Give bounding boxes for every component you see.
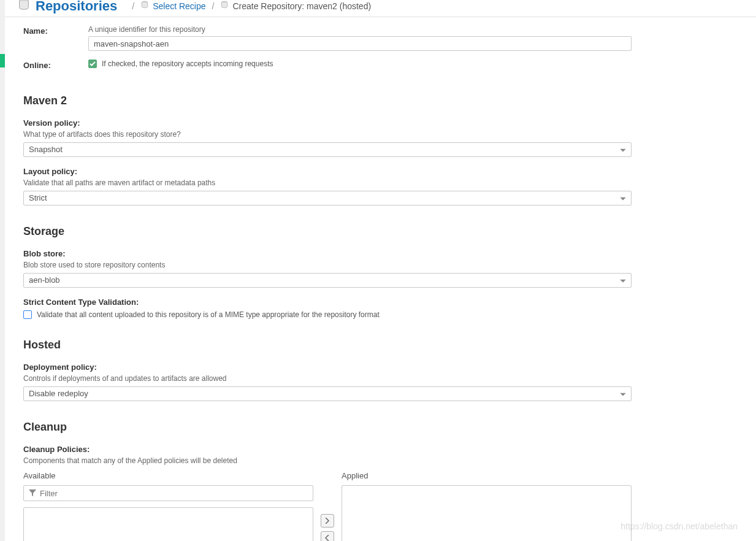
breadcrumb-current: Create Repository: maven2 (hosted) bbox=[232, 1, 371, 11]
deployment-policy-select[interactable]: Disable redeploy bbox=[23, 386, 632, 401]
filter-icon bbox=[29, 489, 36, 497]
version-policy-value: Snapshot bbox=[24, 143, 631, 156]
hosted-section-title: Hosted bbox=[23, 339, 632, 351]
name-label: Name: bbox=[23, 25, 88, 36]
layout-policy-value: Strict bbox=[24, 191, 631, 204]
blob-store-select[interactable]: aen-blob bbox=[23, 273, 632, 288]
available-title: Available bbox=[23, 471, 313, 480]
applied-title: Applied bbox=[342, 471, 632, 480]
strict-content-checkbox[interactable] bbox=[23, 310, 32, 319]
cleanup-section-title: Cleanup bbox=[23, 421, 632, 434]
cleanup-policies-label: Cleanup Policies: bbox=[23, 445, 632, 454]
database-small-icon bbox=[140, 1, 149, 11]
strict-content-text: Validate that all content uploaded to th… bbox=[37, 310, 380, 319]
online-checkbox[interactable] bbox=[88, 59, 97, 68]
blob-store-value: aen-blob bbox=[24, 274, 631, 286]
move-right-button[interactable] bbox=[321, 514, 334, 528]
layout-policy-select[interactable]: Strict bbox=[23, 191, 632, 205]
available-list[interactable] bbox=[23, 507, 313, 541]
page-title[interactable]: Repositories bbox=[36, 0, 117, 14]
move-left-button[interactable] bbox=[321, 531, 334, 541]
layout-policy-label: Layout policy: bbox=[23, 167, 632, 176]
filter-input[interactable] bbox=[40, 489, 308, 498]
breadcrumb-separator: / bbox=[212, 1, 215, 11]
online-text: If checked, the repository accepts incom… bbox=[102, 59, 273, 68]
version-policy-select[interactable]: Snapshot bbox=[23, 142, 632, 157]
version-policy-help: What type of artifacts does this reposit… bbox=[23, 130, 632, 139]
deployment-policy-help: Controls if deployments of and updates t… bbox=[23, 374, 632, 383]
storage-section-title: Storage bbox=[23, 225, 632, 238]
name-help: A unique identifier for this repository bbox=[88, 25, 632, 34]
blob-store-help: Blob store used to store repository cont… bbox=[23, 261, 632, 269]
filter-input-wrap[interactable] bbox=[23, 485, 313, 501]
chevron-right-icon bbox=[325, 518, 330, 524]
maven2-section-title: Maven 2 bbox=[23, 94, 632, 107]
breadcrumb-separator: / bbox=[132, 1, 134, 11]
chevron-left-icon bbox=[325, 535, 330, 541]
strict-content-label: Strict Content Type Validation: bbox=[23, 297, 632, 307]
online-label: Online: bbox=[23, 59, 88, 70]
version-policy-label: Version policy: bbox=[23, 118, 632, 128]
applied-list[interactable] bbox=[342, 485, 632, 541]
database-icon bbox=[17, 0, 31, 13]
database-small-icon bbox=[220, 1, 229, 11]
breadcrumb-select-recipe[interactable]: Select Recipe bbox=[153, 1, 205, 11]
cleanup-policies-help: Components that match any of the Applied… bbox=[23, 456, 632, 465]
deployment-policy-label: Deployment policy: bbox=[23, 363, 632, 372]
deployment-policy-value: Disable redeploy bbox=[24, 387, 631, 400]
breadcrumb-bar: Repositories / Select Recipe / Create Re… bbox=[5, 0, 756, 17]
layout-policy-help: Validate that all paths are maven artifa… bbox=[23, 178, 632, 187]
name-input[interactable] bbox=[88, 36, 632, 51]
blob-store-label: Blob store: bbox=[23, 249, 632, 258]
